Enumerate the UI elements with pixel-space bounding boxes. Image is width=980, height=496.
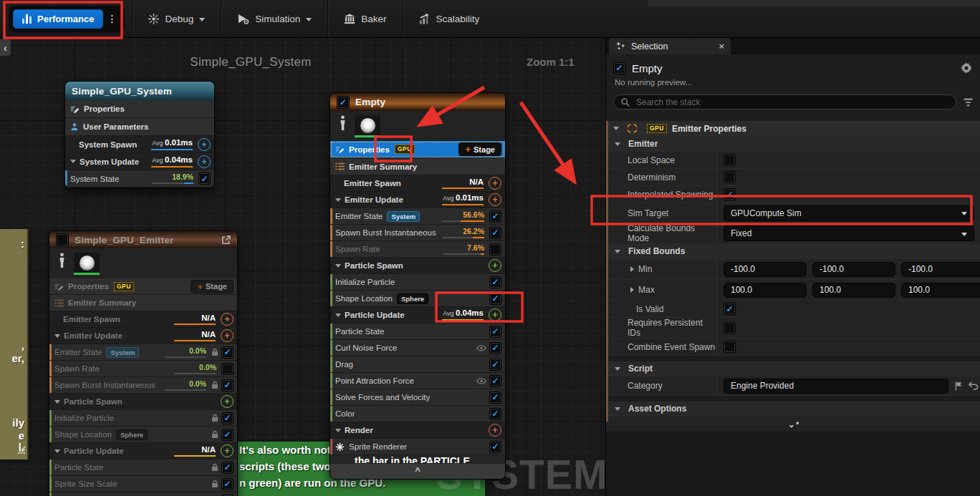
reset-icon[interactable] xyxy=(969,381,979,390)
node-enabled-checkbox[interactable] xyxy=(56,233,69,246)
particle-spawn-row[interactable]: Particle Spawn+ xyxy=(330,258,505,274)
gear-icon[interactable] xyxy=(961,62,972,74)
property-max[interactable]: Max100.0100.0100.0 xyxy=(606,280,980,301)
system-spawn-row[interactable]: System SpawnAvg 0.01ms+ xyxy=(65,136,214,153)
search-input[interactable] xyxy=(635,97,949,108)
shape-location-row[interactable]: Shape LocationSphere xyxy=(49,427,237,443)
module-enabled-checkbox[interactable] xyxy=(489,293,501,305)
drag-row[interactable]: Drag xyxy=(330,356,505,373)
node-enabled-checkbox[interactable] xyxy=(337,96,350,109)
property-min[interactable]: Min-100.0-100.0-100.0 xyxy=(606,259,980,280)
sim-target-dropdown[interactable]: GPUCompute Sim xyxy=(724,205,974,221)
visibility-eye-icon[interactable] xyxy=(476,345,486,351)
module-enabled-checkbox[interactable] xyxy=(489,326,501,338)
collapse-arrow-icon[interactable] xyxy=(613,127,619,130)
add-module-button[interactable]: + xyxy=(221,329,234,342)
add-module-button[interactable]: + xyxy=(489,259,501,272)
property-calculate-bounds-mode[interactable]: Calculate Bounds ModeFixed xyxy=(606,223,980,244)
calculate-bounds-mode-dropdown[interactable]: Fixed xyxy=(724,225,974,241)
toolbar-item-baker[interactable]: Baker xyxy=(328,0,402,37)
emitter-spawn-row[interactable]: Emitter SpawnN/A+ xyxy=(330,175,505,192)
particle-state-row[interactable]: Particle State xyxy=(330,324,505,340)
stack-search[interactable] xyxy=(613,94,956,110)
property-combine-event-spawn[interactable]: Combine Event Spawn xyxy=(606,339,980,356)
material-thumbnail[interactable] xyxy=(355,115,380,135)
open-external-icon[interactable] xyxy=(221,235,231,245)
performance-button[interactable]: Performance xyxy=(13,9,103,29)
particle-state-row[interactable]: Particle State xyxy=(49,459,237,476)
collapse-arrow-icon[interactable] xyxy=(54,334,60,338)
section-fixed-bounds[interactable]: Fixed Bounds xyxy=(606,244,980,259)
category-input[interactable]: Engine Provided xyxy=(724,379,948,394)
emitter-summary-row[interactable]: Emitter Summary xyxy=(49,295,237,311)
max-input-0[interactable]: 100.0 xyxy=(724,283,807,298)
add-stage-button[interactable]: +Stage xyxy=(191,280,234,293)
property-interpolated-spawning[interactable]: Interpolated Spawning xyxy=(606,186,980,203)
user-parameters-row[interactable]: User Parameters xyxy=(65,118,214,136)
module-enabled-checkbox[interactable] xyxy=(198,172,211,185)
min-input-2[interactable]: -100.0 xyxy=(901,262,980,277)
emitter-state-row[interactable]: Emitter StateSystem56.6% xyxy=(330,208,505,225)
toolbar-item-simulation[interactable]: Simulation xyxy=(221,0,327,37)
collapse-arrow-icon[interactable] xyxy=(615,142,620,146)
property-requires-persistent-ids[interactable]: Requires Persistent IDs xyxy=(606,318,980,339)
spawn-rate-row[interactable]: Spawn Rate7.6% xyxy=(330,241,505,258)
emitter-update-row[interactable]: Emitter UpdateN/A+ xyxy=(49,328,237,344)
sprite-size-scale-row[interactable]: Sprite Size Scale xyxy=(49,476,237,492)
module-enabled-checkbox[interactable] xyxy=(221,462,234,474)
spawn-burst-instantaneous-row[interactable]: Spawn Burst Instantaneous0.0% xyxy=(49,377,237,394)
module-enabled-checkbox[interactable] xyxy=(489,441,501,453)
section-emitter-properties[interactable]: GPUEmitter Properties xyxy=(606,121,980,137)
add-module-button[interactable]: + xyxy=(489,424,501,437)
render-row[interactable]: Render+ xyxy=(330,422,505,439)
add-module-button[interactable]: + xyxy=(489,177,501,190)
add-module-button[interactable]: + xyxy=(221,313,234,326)
module-enabled-checkbox[interactable] xyxy=(221,379,234,392)
is-valid-checkbox[interactable] xyxy=(724,303,736,315)
toolbar-item-scalability[interactable]: Scalability xyxy=(403,0,496,37)
add-module-button[interactable]: + xyxy=(489,308,501,321)
module-enabled-checkbox[interactable] xyxy=(221,363,234,375)
module-enabled-checkbox[interactable] xyxy=(489,342,501,354)
collapse-arrow-icon[interactable] xyxy=(615,407,620,411)
spawn-rate-row[interactable]: Spawn Rate0.0% xyxy=(49,361,237,377)
empty-node-header[interactable]: Empty xyxy=(330,93,505,111)
collapse-arrow-icon[interactable] xyxy=(335,264,341,268)
particle-update-row[interactable]: Particle UpdateAvg 0.04ms+ xyxy=(330,307,505,324)
emitter-spawn-row[interactable]: Emitter SpawnN/A+ xyxy=(49,311,237,328)
property-local-space[interactable]: Local Space xyxy=(606,152,980,169)
expand-details-button[interactable]: ⌄* xyxy=(606,417,980,432)
sticky-note[interactable]: :,er,ilyel. xyxy=(0,229,29,459)
property-determinism[interactable]: Determinism xyxy=(606,169,980,186)
close-icon[interactable]: × xyxy=(719,41,724,52)
properties-row[interactable]: PropertiesGPU+Stage xyxy=(49,278,237,295)
max-input-2[interactable]: 100.0 xyxy=(901,283,980,298)
add-stage-button[interactable]: +Stage xyxy=(458,142,501,156)
system-update-row[interactable]: System UpdateAvg 0.04ms+ xyxy=(65,153,214,170)
add-module-button[interactable]: + xyxy=(221,444,234,457)
add-module-button[interactable]: + xyxy=(489,193,501,206)
collapse-arrow-icon[interactable] xyxy=(54,400,60,404)
system-node-header[interactable]: Simple_GPU_System xyxy=(65,82,214,100)
emitter-enabled-checkbox[interactable] xyxy=(613,62,625,74)
system-state-row[interactable]: System State18.9% xyxy=(65,170,214,188)
visibility-eye-icon[interactable] xyxy=(476,378,486,384)
filter-icon[interactable] xyxy=(963,98,974,107)
toolbar-item-debug[interactable]: Debug xyxy=(133,0,221,37)
collapse-arrow-icon[interactable] xyxy=(70,160,76,163)
module-enabled-checkbox[interactable] xyxy=(221,478,234,490)
initialize-particle-row[interactable]: Initialize Particle xyxy=(49,410,237,427)
point-attraction-force-row[interactable]: Point Attraction Force xyxy=(330,373,505,389)
combine-event-spawn-checkbox[interactable] xyxy=(724,341,736,353)
module-enabled-checkbox[interactable] xyxy=(489,375,501,387)
property-sim-target[interactable]: Sim TargetGPUCompute Sim xyxy=(606,203,980,223)
expand-arrow-icon[interactable] xyxy=(630,287,634,293)
initialize-particle-row[interactable]: Initialize Particle xyxy=(330,274,505,291)
module-enabled-checkbox[interactable] xyxy=(221,412,234,424)
collapse-arrow-icon[interactable] xyxy=(615,367,620,371)
emitter-state-row[interactable]: Emitter StateSystem0.0% xyxy=(49,344,237,361)
curl-noise-force-row[interactable]: Curl Noise Force xyxy=(49,492,237,496)
section-script[interactable]: Script xyxy=(606,361,980,376)
solve-forces-and-velocity-row[interactable]: Solve Forces and Velocity xyxy=(330,389,505,406)
min-input-0[interactable]: -100.0 xyxy=(724,262,807,277)
